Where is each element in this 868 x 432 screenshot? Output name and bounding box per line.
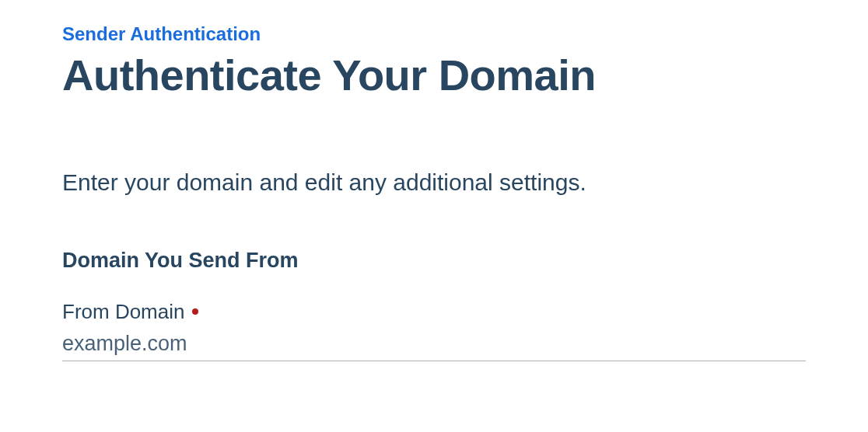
from-domain-input[interactable] bbox=[62, 332, 806, 361]
from-domain-label-row: From Domain bbox=[62, 300, 806, 324]
page-description: Enter your domain and edit any additiona… bbox=[62, 169, 806, 196]
breadcrumb-sender-authentication[interactable]: Sender Authentication bbox=[62, 23, 261, 45]
section-heading-domain: Domain You Send From bbox=[62, 249, 806, 273]
from-domain-label: From Domain bbox=[62, 300, 184, 324]
required-indicator-icon bbox=[192, 308, 198, 315]
page-title: Authenticate Your Domain bbox=[62, 51, 806, 99]
